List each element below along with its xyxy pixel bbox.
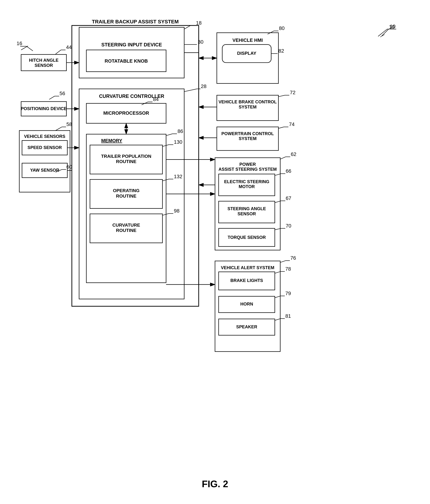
svg-line-100 xyxy=(278,127,284,128)
svg-text:OPERATING: OPERATING xyxy=(113,188,139,193)
svg-line-80 xyxy=(27,46,33,51)
svg-text:80: 80 xyxy=(279,25,284,31)
svg-text:MEMORY: MEMORY xyxy=(101,138,122,143)
svg-line-120 xyxy=(166,134,173,136)
svg-text:132: 132 xyxy=(174,174,182,179)
svg-text:79: 79 xyxy=(285,290,291,296)
svg-text:VEHICLE SENSORS: VEHICLE SENSORS xyxy=(24,134,65,139)
svg-line-112 xyxy=(275,271,281,273)
svg-text:66: 66 xyxy=(286,168,291,174)
svg-text:ROUTINE: ROUTINE xyxy=(116,194,137,198)
svg-text:SPEED SENSOR: SPEED SENSOR xyxy=(27,145,62,150)
svg-text:ASSIST STEERING SYSTEM: ASSIST STEERING SYSTEM xyxy=(219,167,277,172)
svg-text:VEHICLE HMI: VEHICLE HMI xyxy=(232,38,263,43)
svg-text:98: 98 xyxy=(174,208,180,214)
svg-text:POWERTRAIN CONTROL: POWERTRAIN CONTROL xyxy=(221,131,274,136)
svg-text:MOTOR: MOTOR xyxy=(239,184,255,189)
svg-rect-2 xyxy=(79,27,184,78)
svg-text:POSITIONING DEVICE: POSITIONING DEVICE xyxy=(21,106,67,111)
svg-text:44: 44 xyxy=(66,44,72,50)
svg-text:72: 72 xyxy=(290,90,296,95)
svg-line-110 xyxy=(280,261,286,262)
svg-text:DISPLAY: DISPLAY xyxy=(237,51,256,56)
svg-text:SENSOR: SENSOR xyxy=(238,211,256,216)
svg-text:10: 10 xyxy=(390,24,395,29)
svg-text:VEHICLE BRAKE CONTROL: VEHICLE BRAKE CONTROL xyxy=(219,99,277,104)
svg-text:ROUTINE: ROUTINE xyxy=(116,159,137,164)
svg-line-91 xyxy=(55,127,62,131)
svg-text:TRAILER POPULATION: TRAILER POPULATION xyxy=(101,154,151,159)
svg-text:ROTATABLE KNOB: ROTATABLE KNOB xyxy=(105,58,148,63)
svg-text:POWER: POWER xyxy=(239,162,256,167)
svg-rect-26 xyxy=(19,131,70,192)
svg-text:HITCH ANGLE: HITCH ANGLE xyxy=(29,58,59,63)
svg-text:78: 78 xyxy=(285,266,291,272)
svg-line-89 xyxy=(49,96,55,99)
svg-text:82: 82 xyxy=(278,48,284,54)
svg-rect-0 xyxy=(72,26,199,306)
svg-text:BRAKE LIGHTS: BRAKE LIGHTS xyxy=(230,278,263,283)
svg-text:28: 28 xyxy=(201,83,207,89)
svg-text:67: 67 xyxy=(286,195,291,201)
svg-text:SYSTEM: SYSTEM xyxy=(239,136,257,141)
svg-text:70: 70 xyxy=(286,223,291,229)
svg-text:HORN: HORN xyxy=(240,301,253,306)
svg-line-87 xyxy=(55,50,61,54)
svg-text:SYSTEM: SYSTEM xyxy=(239,104,257,109)
svg-line-116 xyxy=(275,319,281,321)
svg-text:TRAILER BACKUP ASSIST SYSTEM: TRAILER BACKUP ASSIST SYSTEM xyxy=(92,19,179,25)
svg-line-98 xyxy=(278,95,285,97)
svg-line-82 xyxy=(184,26,191,29)
svg-text:30: 30 xyxy=(198,39,203,45)
svg-line-85 xyxy=(184,89,197,92)
svg-text:18: 18 xyxy=(196,20,202,26)
svg-text:STEERING ANGLE: STEERING ANGLE xyxy=(228,206,266,211)
svg-text:60: 60 xyxy=(66,164,72,170)
svg-text:56: 56 xyxy=(60,90,65,96)
svg-text:58: 58 xyxy=(66,121,72,127)
svg-line-102 xyxy=(280,157,286,159)
svg-text:CURVATURE: CURVATURE xyxy=(112,223,140,227)
svg-text:YAW SENSOR: YAW SENSOR xyxy=(30,168,59,172)
svg-text:ELECTRIC STEERING: ELECTRIC STEERING xyxy=(224,179,269,184)
figure-caption: FIG. 2 xyxy=(202,478,228,489)
svg-text:84: 84 xyxy=(153,96,159,102)
svg-text:74: 74 xyxy=(289,121,295,127)
svg-text:16: 16 xyxy=(17,41,22,46)
svg-text:130: 130 xyxy=(174,139,182,145)
svg-text:86: 86 xyxy=(178,128,183,134)
svg-line-126 xyxy=(162,214,169,215)
svg-line-124 xyxy=(162,179,169,181)
svg-line-122 xyxy=(162,145,169,146)
svg-line-157 xyxy=(21,46,28,50)
svg-text:TORQUE SENSOR: TORQUE SENSOR xyxy=(228,235,265,240)
svg-text:76: 76 xyxy=(291,255,296,261)
svg-text:SPEAKER: SPEAKER xyxy=(236,324,257,329)
svg-text:STEERING INPUT DEVICE: STEERING INPUT DEVICE xyxy=(101,42,162,47)
svg-text:81: 81 xyxy=(285,313,291,319)
svg-text:SENSOR: SENSOR xyxy=(35,63,53,68)
svg-line-114 xyxy=(275,296,281,298)
svg-text:MICROPROCESSOR: MICROPROCESSOR xyxy=(103,110,149,116)
svg-text:VEHICLE ALERT SYSTEM: VEHICLE ALERT SYSTEM xyxy=(221,265,274,270)
svg-text:62: 62 xyxy=(291,151,296,157)
svg-text:ROUTINE: ROUTINE xyxy=(116,228,137,233)
